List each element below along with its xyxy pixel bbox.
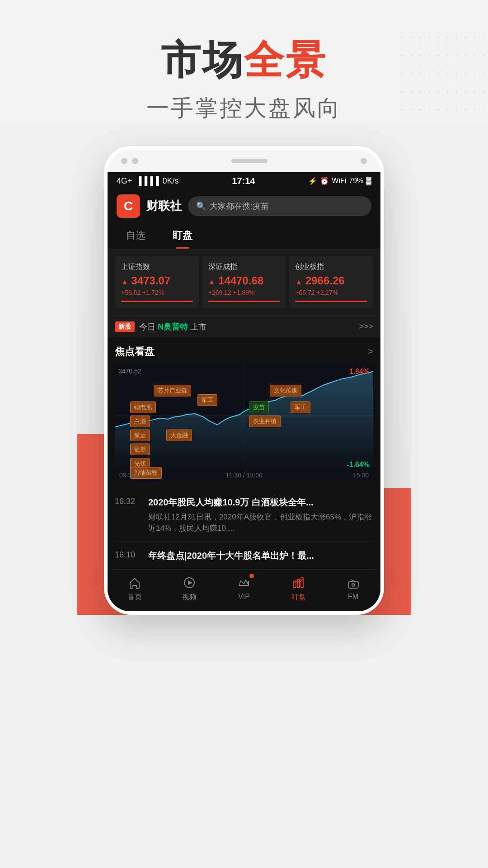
corner-decoration xyxy=(398,33,488,123)
nav-home-label: 首页 xyxy=(127,593,142,602)
index-name-1: 深证成指 xyxy=(208,262,280,272)
search-placeholder-text: 大家都在搜:疫苗 xyxy=(210,201,269,212)
tag-agriculture: 农业种植 xyxy=(249,415,281,427)
indices-section: 上证指数 ▲ 3473.07 +58.62 +1.72% 深证成指 xyxy=(108,249,380,316)
ticker-arrow-icon: >>> xyxy=(359,322,373,331)
news-item-0[interactable]: 16:32 2020年股民人均赚10.9万 白酒板块全年... 财联社12月31… xyxy=(115,489,373,542)
svg-marker-6 xyxy=(188,580,192,585)
time-display: 17:14 xyxy=(232,176,255,186)
nav-vip-label: VIP xyxy=(238,593,250,601)
nav-video[interactable]: 视频 xyxy=(171,575,207,602)
up-arrow-2: ▲ xyxy=(295,278,302,286)
index-card-chinext[interactable]: 创业板指 ▲ 2966.26 +65.72 +2.27% xyxy=(289,256,373,308)
tag-liquor: 白酒 xyxy=(130,415,150,427)
signal-icon: ▐▐▐▐ xyxy=(136,176,159,186)
promo-section: 市场全景 一手掌控大盘风向 xyxy=(0,0,488,123)
chart-svg xyxy=(115,364,373,468)
up-arrow-0: ▲ xyxy=(121,278,128,286)
phone-frame: 4G+ ▐▐▐▐ 0K/s 17:14 ⚡ ⏰ WiFi 79% ▓ xyxy=(104,146,384,615)
chart-pct-low: -1.64% xyxy=(347,461,370,469)
home-icon xyxy=(127,575,143,591)
news-time-0: 16:32 xyxy=(115,496,142,534)
nav-monitor[interactable]: 盯盘 xyxy=(281,575,317,602)
phone-top-bar xyxy=(108,150,380,172)
tag-securities: 证券 xyxy=(130,443,150,455)
index-name-2: 创业板指 xyxy=(295,262,367,272)
tab-watchlist[interactable]: 自选 xyxy=(121,222,150,249)
play-icon xyxy=(181,575,197,591)
news-content-0: 2020年股民人均赚10.9万 白酒板块全年... 财联社12月31日讯，202… xyxy=(148,496,373,534)
battery-label: 79% xyxy=(349,177,363,185)
sensor-dot xyxy=(132,158,138,164)
svg-rect-8 xyxy=(297,579,300,588)
app-header: C 财联社 🔍 大家都在搜:疫苗 xyxy=(108,190,380,222)
carrier-label: 4G+ xyxy=(117,176,132,186)
news-headline-1: 年终盘点|2020年十大牛股名单出炉！最... xyxy=(148,549,314,562)
chart-y-label: 3470.52 xyxy=(118,368,141,375)
vip-notification-dot xyxy=(249,574,254,578)
radio-icon xyxy=(345,575,361,591)
index-value-0: ▲ 3473.07 xyxy=(121,274,193,287)
camera-dot xyxy=(121,158,127,164)
focus-section: 焦点看盘 > 3470.52 1.64% -1.64% xyxy=(108,338,380,489)
nav-fm[interactable]: FM xyxy=(335,575,371,602)
phone-screen: 4G+ ▐▐▐▐ 0K/s 17:14 ⚡ ⏰ WiFi 79% ▓ xyxy=(108,172,380,611)
focus-header: 焦点看盘 > xyxy=(115,345,373,359)
front-camera-area xyxy=(121,158,138,164)
index-change-1: +269.12 +1.89% xyxy=(208,289,280,296)
index-card-shenzhen[interactable]: 深证成指 ▲ 14470.68 +269.12 +1.89% xyxy=(202,256,286,308)
index-bar-1 xyxy=(208,301,280,302)
bluetooth-icon: ⚡ xyxy=(308,177,317,185)
chart-pct-high: 1.64% xyxy=(349,368,370,376)
nav-vip[interactable]: VIP xyxy=(226,575,262,602)
nav-video-label: 视频 xyxy=(182,593,197,602)
news-content-1: 年终盘点|2020年十大牛股名单出炉！最... xyxy=(148,549,314,562)
speed-label: 0K/s xyxy=(163,176,179,186)
main-tabs: 自选 盯盘 xyxy=(108,222,380,249)
tag-shipping: 航运 xyxy=(130,429,150,441)
tag-military2: 军工 xyxy=(291,401,310,413)
index-value-1: ▲ 14470.68 xyxy=(208,274,280,287)
news-section: 16:32 2020年股民人均赚10.9万 白酒板块全年... 财联社12月31… xyxy=(108,489,380,570)
battery-icon: ▓ xyxy=(366,177,371,185)
index-bar-0 xyxy=(121,301,193,302)
nav-home[interactable]: 首页 xyxy=(117,575,153,602)
news-headline-0: 2020年股民人均赚10.9万 白酒板块全年... xyxy=(148,496,373,509)
index-bar-2 xyxy=(295,301,367,302)
index-change-2: +65.72 +2.27% xyxy=(295,289,367,296)
chart-icon xyxy=(291,575,307,591)
ticker-text: 今日 N奥普特 上市 xyxy=(139,321,354,332)
bottom-navigation: 首页 视频 xyxy=(108,570,380,611)
tag-media: 文化传媒 xyxy=(270,385,301,396)
news-snippet-0: 财联社12月31日讯，2020年A股收官，创业板指大涨65%，沪指涨近14%，股… xyxy=(148,511,373,534)
news-ticker[interactable]: 新股 今日 N奥普特 上市 >>> xyxy=(108,316,380,338)
news-item-1[interactable]: 16:10 年终盘点|2020年十大牛股名单出炉！最... xyxy=(115,542,373,570)
wifi-icon: WiFi xyxy=(332,177,346,185)
focus-title: 焦点看盘 xyxy=(115,345,155,359)
tab-monitor[interactable]: 盯盘 xyxy=(168,222,197,249)
tag-vaccine: 疫苗 xyxy=(249,401,269,413)
search-bar[interactable]: 🔍 大家都在搜:疫苗 xyxy=(188,196,371,216)
index-value-2: ▲ 2966.26 xyxy=(295,274,367,287)
nav-fm-label: FM xyxy=(348,593,358,601)
up-arrow-1: ▲ xyxy=(208,278,216,286)
app-logo: C xyxy=(117,194,140,218)
svg-point-11 xyxy=(352,584,355,586)
news-time-1: 16:10 xyxy=(115,549,142,562)
chart-x-labels: 09:30 11:30 / 13:00 15:00 xyxy=(115,472,373,479)
new-stock-badge: 新股 xyxy=(115,321,135,332)
alarm-icon: ⏰ xyxy=(320,177,329,185)
svg-rect-10 xyxy=(348,582,358,588)
status-right: ⚡ ⏰ WiFi 79% ▓ xyxy=(308,177,371,185)
speaker-grille xyxy=(231,159,267,163)
search-icon: 🔍 xyxy=(196,201,206,211)
focus-more-icon[interactable]: > xyxy=(368,346,373,357)
status-bar: 4G+ ▐▐▐▐ 0K/s 17:14 ⚡ ⏰ WiFi 79% ▓ xyxy=(108,172,380,190)
tag-military1: 军工 xyxy=(197,394,217,406)
index-name-0: 上证指数 xyxy=(121,262,193,272)
index-change-0: +58.62 +1.72% xyxy=(121,289,193,296)
stock-name: N奥普特 xyxy=(158,322,188,331)
proximity-sensor xyxy=(361,158,367,164)
market-chart[interactable]: 3470.52 1.64% -1.64% xyxy=(115,364,373,481)
index-card-shanghai[interactable]: 上证指数 ▲ 3473.07 +58.62 +1.72% xyxy=(115,256,199,308)
